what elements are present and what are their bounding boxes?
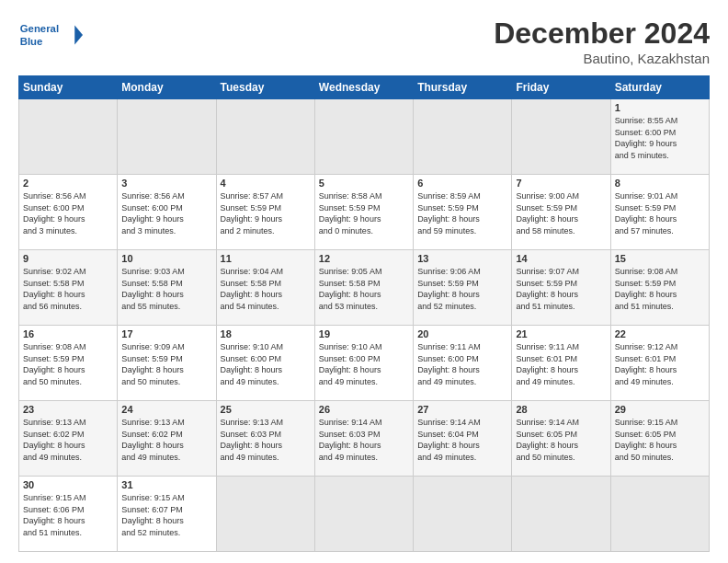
day-info: Sunrise: 9:14 AMSunset: 6:04 PMDaylight:… [417, 417, 507, 463]
day-number: 19 [319, 328, 409, 339]
day-number: 12 [319, 253, 409, 264]
day-number: 22 [615, 328, 705, 339]
calendar-cell [414, 99, 512, 175]
day-info: Sunrise: 8:56 AMSunset: 6:00 PMDaylight:… [121, 190, 211, 236]
calendar-cell: 14Sunrise: 9:07 AMSunset: 5:59 PMDayligh… [512, 250, 610, 326]
day-info: Sunrise: 9:10 AMSunset: 6:00 PMDaylight:… [221, 341, 311, 387]
day-number: 18 [221, 328, 311, 339]
calendar-cell [610, 477, 709, 552]
day-info: Sunrise: 9:03 AMSunset: 5:58 PMDaylight:… [121, 266, 211, 312]
calendar-cell: 8Sunrise: 9:01 AMSunset: 5:59 PMDaylight… [610, 175, 709, 250]
col-sunday: Sunday [19, 76, 118, 99]
day-info: Sunrise: 9:02 AMSunset: 5:58 PMDaylight:… [23, 266, 113, 312]
calendar-cell: 19Sunrise: 9:10 AMSunset: 6:00 PMDayligh… [314, 326, 413, 401]
day-number: 2 [23, 178, 113, 189]
calendar-week-0: 1Sunrise: 8:55 AMSunset: 6:00 PMDaylight… [19, 99, 710, 175]
calendar-cell [314, 477, 413, 552]
day-number: 21 [516, 328, 606, 339]
calendar-cell: 9Sunrise: 9:02 AMSunset: 5:58 PMDaylight… [19, 250, 118, 326]
calendar-cell: 21Sunrise: 9:11 AMSunset: 6:01 PMDayligh… [512, 326, 610, 401]
calendar-week-1: 2Sunrise: 8:56 AMSunset: 6:00 PMDaylight… [19, 175, 710, 250]
day-info: Sunrise: 8:59 AMSunset: 5:59 PMDaylight:… [417, 190, 507, 236]
calendar-cell [118, 99, 216, 175]
calendar-cell: 7Sunrise: 9:00 AMSunset: 5:59 PMDaylight… [512, 175, 610, 250]
day-number: 15 [615, 253, 705, 264]
day-number: 6 [417, 178, 507, 189]
calendar-cell: 1Sunrise: 8:55 AMSunset: 6:00 PMDaylight… [610, 99, 709, 175]
day-info: Sunrise: 9:04 AMSunset: 5:58 PMDaylight:… [221, 266, 311, 312]
svg-text:General: General [20, 23, 59, 34]
day-info: Sunrise: 9:11 AMSunset: 6:01 PMDaylight:… [516, 341, 606, 387]
day-number: 27 [417, 404, 507, 415]
calendar-cell: 15Sunrise: 9:08 AMSunset: 5:59 PMDayligh… [610, 250, 709, 326]
calendar-cell: 13Sunrise: 9:06 AMSunset: 5:59 PMDayligh… [414, 250, 512, 326]
day-info: Sunrise: 9:13 AMSunset: 6:02 PMDaylight:… [23, 417, 113, 463]
calendar-cell: 10Sunrise: 9:03 AMSunset: 5:58 PMDayligh… [118, 250, 216, 326]
calendar-cell: 2Sunrise: 8:56 AMSunset: 6:00 PMDaylight… [19, 175, 118, 250]
calendar-cell: 29Sunrise: 9:15 AMSunset: 6:05 PMDayligh… [610, 401, 709, 477]
logo: General Blue [18, 17, 83, 53]
day-info: Sunrise: 8:57 AMSunset: 5:59 PMDaylight:… [221, 190, 311, 236]
calendar-cell: 5Sunrise: 8:58 AMSunset: 5:59 PMDaylight… [314, 175, 413, 250]
page: General Blue December 2024 Bautino, Kaza… [0, 0, 728, 563]
day-number: 13 [417, 253, 507, 264]
day-info: Sunrise: 9:00 AMSunset: 5:59 PMDaylight:… [516, 190, 606, 236]
calendar-cell: 3Sunrise: 8:56 AMSunset: 6:00 PMDaylight… [118, 175, 216, 250]
calendar-cell [414, 477, 512, 552]
day-number: 29 [615, 404, 705, 415]
col-monday: Monday [118, 76, 216, 99]
location: Bautino, Kazakhstan [494, 51, 710, 66]
calendar-cell [512, 99, 610, 175]
day-number: 4 [221, 178, 311, 189]
calendar-cell: 27Sunrise: 9:14 AMSunset: 6:04 PMDayligh… [414, 401, 512, 477]
day-number: 25 [221, 404, 311, 415]
day-info: Sunrise: 9:11 AMSunset: 6:00 PMDaylight:… [417, 341, 507, 387]
month-title: December 2024 [494, 17, 710, 51]
day-number: 31 [121, 479, 211, 490]
calendar-week-5: 30Sunrise: 9:15 AMSunset: 6:06 PMDayligh… [19, 477, 710, 552]
calendar-week-2: 9Sunrise: 9:02 AMSunset: 5:58 PMDaylight… [19, 250, 710, 326]
calendar-cell: 12Sunrise: 9:05 AMSunset: 5:58 PMDayligh… [314, 250, 413, 326]
day-number: 14 [516, 253, 606, 264]
day-info: Sunrise: 9:06 AMSunset: 5:59 PMDaylight:… [417, 266, 507, 312]
calendar-cell: 25Sunrise: 9:13 AMSunset: 6:03 PMDayligh… [216, 401, 314, 477]
calendar-cell [19, 99, 118, 175]
calendar-header-row: Sunday Monday Tuesday Wednesday Thursday… [19, 76, 710, 99]
col-tuesday: Tuesday [216, 76, 314, 99]
day-info: Sunrise: 9:08 AMSunset: 5:59 PMDaylight:… [615, 266, 705, 312]
calendar-cell: 26Sunrise: 9:14 AMSunset: 6:03 PMDayligh… [314, 401, 413, 477]
day-number: 8 [615, 178, 705, 189]
day-number: 10 [121, 253, 211, 264]
col-wednesday: Wednesday [314, 76, 413, 99]
svg-marker-2 [74, 26, 83, 45]
col-saturday: Saturday [610, 76, 709, 99]
calendar-cell [216, 477, 314, 552]
day-number: 20 [417, 328, 507, 339]
day-info: Sunrise: 9:12 AMSunset: 6:01 PMDaylight:… [615, 341, 705, 387]
calendar-cell: 22Sunrise: 9:12 AMSunset: 6:01 PMDayligh… [610, 326, 709, 401]
day-info: Sunrise: 8:56 AMSunset: 6:00 PMDaylight:… [23, 190, 113, 236]
calendar-cell [314, 99, 413, 175]
calendar-cell: 4Sunrise: 8:57 AMSunset: 5:59 PMDaylight… [216, 175, 314, 250]
calendar-cell [216, 99, 314, 175]
calendar-cell: 16Sunrise: 9:08 AMSunset: 5:59 PMDayligh… [19, 326, 118, 401]
calendar-cell: 30Sunrise: 9:15 AMSunset: 6:06 PMDayligh… [19, 477, 118, 552]
calendar-cell: 18Sunrise: 9:10 AMSunset: 6:00 PMDayligh… [216, 326, 314, 401]
calendar-cell [512, 477, 610, 552]
day-info: Sunrise: 9:07 AMSunset: 5:59 PMDaylight:… [516, 266, 606, 312]
day-info: Sunrise: 9:15 AMSunset: 6:05 PMDaylight:… [615, 417, 705, 463]
day-number: 9 [23, 253, 113, 264]
day-info: Sunrise: 9:15 AMSunset: 6:07 PMDaylight:… [121, 492, 211, 538]
day-info: Sunrise: 9:14 AMSunset: 6:05 PMDaylight:… [516, 417, 606, 463]
header: General Blue December 2024 Bautino, Kaza… [18, 17, 710, 66]
day-info: Sunrise: 9:10 AMSunset: 6:00 PMDaylight:… [319, 341, 409, 387]
day-number: 7 [516, 178, 606, 189]
day-number: 11 [221, 253, 311, 264]
day-number: 1 [615, 102, 705, 113]
calendar-cell: 6Sunrise: 8:59 AMSunset: 5:59 PMDaylight… [414, 175, 512, 250]
calendar-cell: 23Sunrise: 9:13 AMSunset: 6:02 PMDayligh… [19, 401, 118, 477]
day-number: 16 [23, 328, 113, 339]
day-number: 30 [23, 479, 113, 490]
day-info: Sunrise: 9:13 AMSunset: 6:02 PMDaylight:… [121, 417, 211, 463]
title-area: December 2024 Bautino, Kazakhstan [494, 17, 710, 66]
